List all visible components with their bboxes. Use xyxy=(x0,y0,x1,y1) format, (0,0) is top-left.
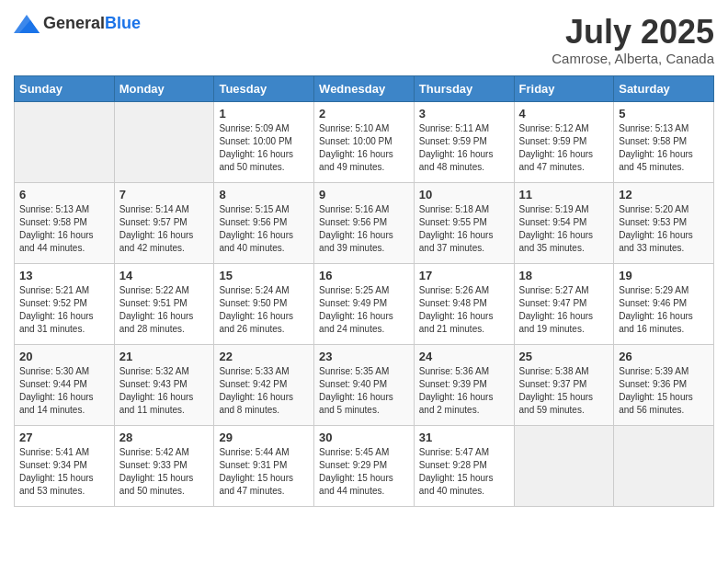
day-number: 23 xyxy=(319,350,409,363)
day-info: Sunrise: 5:20 AM Sunset: 9:53 PM Dayligh… xyxy=(619,203,709,255)
day-number: 11 xyxy=(519,188,609,201)
calendar-day-cell: 30Sunrise: 5:45 AM Sunset: 9:29 PM Dayli… xyxy=(314,425,415,506)
day-info: Sunrise: 5:13 AM Sunset: 9:58 PM Dayligh… xyxy=(619,122,709,174)
calendar-day-cell: 20Sunrise: 5:30 AM Sunset: 9:44 PM Dayli… xyxy=(15,344,115,425)
calendar-day-cell: 3Sunrise: 5:11 AM Sunset: 9:59 PM Daylig… xyxy=(414,101,514,182)
day-number: 9 xyxy=(319,188,409,201)
day-info: Sunrise: 5:14 AM Sunset: 9:57 PM Dayligh… xyxy=(119,203,210,255)
calendar-day-cell xyxy=(514,425,614,506)
calendar-day-cell: 15Sunrise: 5:24 AM Sunset: 9:50 PM Dayli… xyxy=(214,263,314,344)
calendar-day-cell: 1Sunrise: 5:09 AM Sunset: 10:00 PM Dayli… xyxy=(214,101,314,182)
location-title: Camrose, Alberta, Canada xyxy=(552,51,714,66)
day-info: Sunrise: 5:26 AM Sunset: 9:48 PM Dayligh… xyxy=(419,284,509,336)
day-number: 7 xyxy=(119,188,210,201)
day-number: 12 xyxy=(619,188,709,201)
calendar-day-cell: 17Sunrise: 5:26 AM Sunset: 9:48 PM Dayli… xyxy=(414,263,514,344)
calendar-week-row: 20Sunrise: 5:30 AM Sunset: 9:44 PM Dayli… xyxy=(15,344,714,425)
day-info: Sunrise: 5:16 AM Sunset: 9:56 PM Dayligh… xyxy=(319,203,409,255)
weekday-header: Wednesday xyxy=(314,75,415,101)
calendar-day-cell: 16Sunrise: 5:25 AM Sunset: 9:49 PM Dayli… xyxy=(314,263,415,344)
day-number: 14 xyxy=(119,269,210,282)
day-number: 18 xyxy=(519,269,609,282)
calendar-day-cell: 7Sunrise: 5:14 AM Sunset: 9:57 PM Daylig… xyxy=(114,182,214,263)
calendar-day-cell: 24Sunrise: 5:36 AM Sunset: 9:39 PM Dayli… xyxy=(414,344,514,425)
calendar-day-cell: 9Sunrise: 5:16 AM Sunset: 9:56 PM Daylig… xyxy=(314,182,415,263)
day-number: 22 xyxy=(219,350,309,363)
day-info: Sunrise: 5:47 AM Sunset: 9:28 PM Dayligh… xyxy=(419,446,509,498)
calendar-day-cell: 14Sunrise: 5:22 AM Sunset: 9:51 PM Dayli… xyxy=(114,263,214,344)
calendar-day-cell xyxy=(614,425,714,506)
day-number: 17 xyxy=(419,269,509,282)
day-info: Sunrise: 5:19 AM Sunset: 9:54 PM Dayligh… xyxy=(519,203,609,255)
day-number: 20 xyxy=(19,350,109,363)
calendar-day-cell: 28Sunrise: 5:42 AM Sunset: 9:33 PM Dayli… xyxy=(114,425,214,506)
day-info: Sunrise: 5:39 AM Sunset: 9:36 PM Dayligh… xyxy=(619,365,709,417)
day-info: Sunrise: 5:41 AM Sunset: 9:34 PM Dayligh… xyxy=(19,446,109,498)
calendar-day-cell: 19Sunrise: 5:29 AM Sunset: 9:46 PM Dayli… xyxy=(614,263,714,344)
weekday-header: Friday xyxy=(514,75,614,101)
calendar-day-cell: 29Sunrise: 5:44 AM Sunset: 9:31 PM Dayli… xyxy=(214,425,314,506)
calendar-day-cell: 25Sunrise: 5:38 AM Sunset: 9:37 PM Dayli… xyxy=(514,344,614,425)
day-info: Sunrise: 5:36 AM Sunset: 9:39 PM Dayligh… xyxy=(419,365,509,417)
calendar-week-row: 6Sunrise: 5:13 AM Sunset: 9:58 PM Daylig… xyxy=(15,182,714,263)
day-info: Sunrise: 5:13 AM Sunset: 9:58 PM Dayligh… xyxy=(19,203,109,255)
logo: GeneralBlue xyxy=(14,14,141,33)
calendar-day-cell xyxy=(114,101,214,182)
day-number: 15 xyxy=(219,269,309,282)
day-info: Sunrise: 5:35 AM Sunset: 9:40 PM Dayligh… xyxy=(319,365,409,417)
calendar-day-cell: 11Sunrise: 5:19 AM Sunset: 9:54 PM Dayli… xyxy=(514,182,614,263)
weekday-header: Monday xyxy=(114,75,214,101)
calendar-table: SundayMondayTuesdayWednesdayThursdayFrid… xyxy=(14,75,714,507)
day-info: Sunrise: 5:38 AM Sunset: 9:37 PM Dayligh… xyxy=(519,365,609,417)
day-number: 29 xyxy=(219,431,309,444)
logo-icon xyxy=(14,15,40,33)
day-info: Sunrise: 5:12 AM Sunset: 9:59 PM Dayligh… xyxy=(519,122,609,174)
day-info: Sunrise: 5:21 AM Sunset: 9:52 PM Dayligh… xyxy=(19,284,109,336)
calendar-week-row: 27Sunrise: 5:41 AM Sunset: 9:34 PM Dayli… xyxy=(15,425,714,506)
day-number: 30 xyxy=(319,431,409,444)
day-number: 3 xyxy=(419,107,509,121)
month-title: July 2025 xyxy=(552,14,714,51)
day-info: Sunrise: 5:18 AM Sunset: 9:55 PM Dayligh… xyxy=(419,203,509,255)
day-info: Sunrise: 5:44 AM Sunset: 9:31 PM Dayligh… xyxy=(219,446,309,498)
calendar-day-cell: 22Sunrise: 5:33 AM Sunset: 9:42 PM Dayli… xyxy=(214,344,314,425)
calendar-day-cell: 10Sunrise: 5:18 AM Sunset: 9:55 PM Dayli… xyxy=(414,182,514,263)
calendar-day-cell: 6Sunrise: 5:13 AM Sunset: 9:58 PM Daylig… xyxy=(15,182,115,263)
day-info: Sunrise: 5:27 AM Sunset: 9:47 PM Dayligh… xyxy=(519,284,609,336)
day-info: Sunrise: 5:11 AM Sunset: 9:59 PM Dayligh… xyxy=(419,122,509,174)
day-number: 13 xyxy=(19,269,109,282)
weekday-header: Saturday xyxy=(614,75,714,101)
weekday-header: Sunday xyxy=(15,75,115,101)
day-info: Sunrise: 5:29 AM Sunset: 9:46 PM Dayligh… xyxy=(619,284,709,336)
weekday-header-row: SundayMondayTuesdayWednesdayThursdayFrid… xyxy=(15,75,714,101)
calendar-day-cell: 12Sunrise: 5:20 AM Sunset: 9:53 PM Dayli… xyxy=(614,182,714,263)
day-info: Sunrise: 5:30 AM Sunset: 9:44 PM Dayligh… xyxy=(19,365,109,417)
day-number: 31 xyxy=(419,431,509,444)
calendar-day-cell xyxy=(15,101,115,182)
calendar-day-cell: 21Sunrise: 5:32 AM Sunset: 9:43 PM Dayli… xyxy=(114,344,214,425)
calendar-day-cell: 4Sunrise: 5:12 AM Sunset: 9:59 PM Daylig… xyxy=(514,101,614,182)
day-info: Sunrise: 5:24 AM Sunset: 9:50 PM Dayligh… xyxy=(219,284,309,336)
day-number: 4 xyxy=(519,107,609,121)
day-info: Sunrise: 5:09 AM Sunset: 10:00 PM Daylig… xyxy=(219,122,309,174)
calendar-day-cell: 31Sunrise: 5:47 AM Sunset: 9:28 PM Dayli… xyxy=(414,425,514,506)
day-number: 28 xyxy=(119,431,210,444)
day-number: 2 xyxy=(319,107,409,121)
day-number: 24 xyxy=(419,350,509,363)
calendar-day-cell: 2Sunrise: 5:10 AM Sunset: 10:00 PM Dayli… xyxy=(314,101,415,182)
title-block: July 2025 Camrose, Alberta, Canada xyxy=(552,14,714,66)
weekday-header: Thursday xyxy=(414,75,514,101)
calendar-day-cell: 5Sunrise: 5:13 AM Sunset: 9:58 PM Daylig… xyxy=(614,101,714,182)
day-number: 1 xyxy=(219,107,309,121)
day-info: Sunrise: 5:33 AM Sunset: 9:42 PM Dayligh… xyxy=(219,365,309,417)
day-number: 16 xyxy=(319,269,409,282)
day-info: Sunrise: 5:22 AM Sunset: 9:51 PM Dayligh… xyxy=(119,284,210,336)
logo-blue: Blue xyxy=(105,14,141,32)
day-number: 26 xyxy=(619,350,709,363)
day-number: 10 xyxy=(419,188,509,201)
day-number: 27 xyxy=(19,431,109,444)
day-info: Sunrise: 5:45 AM Sunset: 9:29 PM Dayligh… xyxy=(319,446,409,498)
day-number: 5 xyxy=(619,107,709,121)
day-info: Sunrise: 5:32 AM Sunset: 9:43 PM Dayligh… xyxy=(119,365,210,417)
day-info: Sunrise: 5:15 AM Sunset: 9:56 PM Dayligh… xyxy=(219,203,309,255)
